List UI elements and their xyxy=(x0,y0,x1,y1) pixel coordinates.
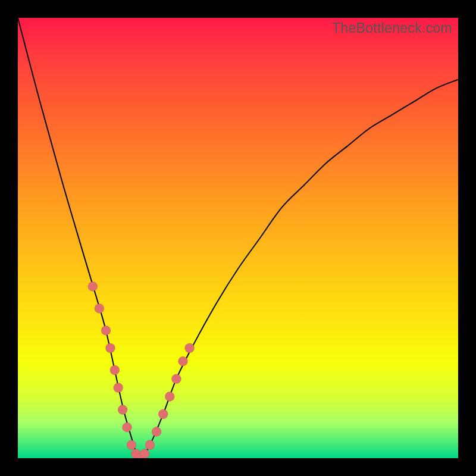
highlight-dot xyxy=(185,343,195,353)
highlight-dot xyxy=(178,356,188,366)
highlight-dot xyxy=(114,383,123,393)
highlight-dot xyxy=(123,422,132,432)
highlight-dot xyxy=(171,374,181,384)
highlight-dot xyxy=(88,281,98,291)
highlight-dot xyxy=(95,303,104,313)
highlight-dot xyxy=(158,409,168,419)
marker-group xyxy=(88,281,195,458)
highlight-dot xyxy=(152,427,161,437)
chart-svg xyxy=(18,18,458,458)
highlight-dot xyxy=(140,449,149,458)
highlight-dot xyxy=(101,325,111,335)
plot-area: TheBottleneck.com xyxy=(18,18,458,458)
highlight-dot xyxy=(110,365,120,375)
bottleneck-curve xyxy=(18,18,458,458)
highlight-dot xyxy=(105,343,115,353)
highlight-dot xyxy=(145,440,155,450)
highlight-dot xyxy=(165,392,174,401)
highlight-dot xyxy=(127,440,136,450)
highlight-dot xyxy=(118,405,127,415)
chart-frame: TheBottleneck.com xyxy=(0,0,476,476)
